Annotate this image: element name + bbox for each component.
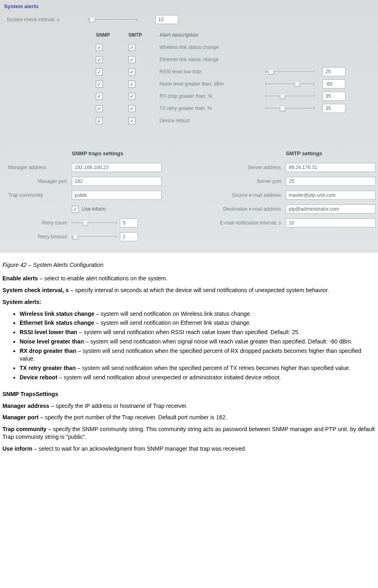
dest-email-input[interactable] xyxy=(286,205,376,214)
smtp-header: SMTP settings xyxy=(180,147,376,161)
manager-port-input[interactable] xyxy=(72,177,161,186)
alert-description: TX retry greater than, % xyxy=(159,106,265,111)
interval-label: System check interval, s xyxy=(2,17,88,22)
smtp-checkbox[interactable]: ✓ xyxy=(128,56,135,63)
retry-timeout-slider[interactable] xyxy=(72,233,117,240)
system-check-term: System check interval, s xyxy=(2,287,69,293)
trap-community-label: Trap community xyxy=(2,192,72,198)
source-email-label: Source e-mail address xyxy=(180,192,286,198)
source-email-input[interactable] xyxy=(286,191,376,200)
list-item: TX retry greater than – system will send… xyxy=(20,364,376,372)
alert-row: ✓ ✓ Device reboot xyxy=(2,115,376,127)
alert-row: ✓ ✓ RSSI level low than xyxy=(2,66,376,78)
smtp-checkbox[interactable]: ✓ xyxy=(128,105,135,112)
server-port-input[interactable] xyxy=(286,177,376,186)
server-port-label: Server port xyxy=(180,178,286,184)
alert-slider[interactable] xyxy=(265,81,314,87)
retry-count-label: Retry count xyxy=(2,220,72,226)
smtp-checkbox[interactable]: ✓ xyxy=(128,81,135,88)
documentation-text: Figure 42 – System Alerts Configuration … xyxy=(0,252,378,469)
manager-address-input[interactable] xyxy=(72,163,161,172)
alert-row: ✓ ✓ Noise level greater than, dBm xyxy=(2,78,376,90)
panel-title: System alerts xyxy=(2,2,376,13)
header-desc: Alert description xyxy=(159,32,265,38)
interval-slider[interactable] xyxy=(88,16,137,23)
alert-value-input[interactable] xyxy=(323,79,345,88)
list-item: Ethernet link status change – system wil… xyxy=(20,319,376,327)
header-smtp: SMTP xyxy=(127,32,159,38)
alert-row: ✓ ✓ Ethernet link status change xyxy=(2,53,376,66)
retry-count-input[interactable] xyxy=(120,218,138,227)
list-item: RX drop greater than – system will send … xyxy=(20,347,376,363)
list-item: Noise level greater than – system will s… xyxy=(20,338,376,346)
header-snmp: SNMP xyxy=(94,32,127,38)
smtp-checkbox[interactable]: ✓ xyxy=(128,44,135,51)
list-item: RSSI level lower than – system will send… xyxy=(20,328,376,336)
alert-value-input[interactable] xyxy=(323,67,345,76)
snmp-checkbox[interactable]: ✓ xyxy=(96,105,103,112)
snmp-checkbox[interactable]: ✓ xyxy=(96,68,103,75)
snmp-checkbox[interactable]: ✓ xyxy=(96,93,103,100)
retry-count-slider[interactable] xyxy=(72,220,117,226)
server-address-input[interactable] xyxy=(286,163,376,172)
snmp-traps-header: SNMP traps settings xyxy=(2,147,180,161)
snmp-checkbox[interactable]: ✓ xyxy=(96,56,103,63)
interval-input[interactable] xyxy=(155,15,178,24)
use-inform-label: Use inform xyxy=(82,206,106,212)
smtp-checkbox[interactable]: ✓ xyxy=(128,117,135,124)
alert-row: ✓ ✓ Wireless link status change xyxy=(2,41,376,53)
alert-description: Device reboot xyxy=(159,118,265,123)
figure-caption: Figure 42 – System Alerts Configuration xyxy=(2,261,376,269)
alerts-bullet-list: Wireless link status change – system wil… xyxy=(2,310,376,381)
enable-alerts-term: Enable alerts xyxy=(2,275,38,282)
alert-slider[interactable] xyxy=(265,93,314,99)
retry-timeout-input[interactable] xyxy=(120,232,138,241)
alert-description: Wireless link status change xyxy=(159,44,265,50)
alert-value-input[interactable] xyxy=(323,92,345,101)
alert-slider[interactable] xyxy=(265,68,314,75)
dest-email-label: Destination e-mail address xyxy=(180,206,286,212)
snmp-checkbox[interactable]: ✓ xyxy=(96,81,103,88)
retry-timeout-label: Retry timeout xyxy=(2,234,72,240)
system-alerts-panel: System alerts System check interval, s S… xyxy=(0,0,378,252)
smtp-checkbox[interactable]: ✓ xyxy=(128,93,135,100)
server-address-label: Server address xyxy=(180,165,286,170)
system-alerts-heading: System alerts: xyxy=(2,298,376,306)
notif-interval-input[interactable] xyxy=(286,218,376,227)
alert-row: ✓ ✓ TX retry greater than, % xyxy=(2,102,376,115)
alert-description: Ethernet link status change xyxy=(159,57,265,62)
smtp-checkbox[interactable]: ✓ xyxy=(128,68,135,75)
alert-description: RSSI level low than xyxy=(159,69,265,75)
trap-community-input[interactable] xyxy=(72,191,161,200)
snmp-checkbox[interactable]: ✓ xyxy=(96,117,103,124)
use-inform-checkbox[interactable]: ✓ xyxy=(72,206,79,213)
alert-slider[interactable] xyxy=(265,105,314,112)
list-item: Device reboot – system will send notific… xyxy=(20,374,376,381)
alert-row: ✓ ✓ RX drop greater than, % xyxy=(2,90,376,102)
alert-value-input[interactable] xyxy=(323,104,345,113)
list-item: Wireless link status change – system wil… xyxy=(20,310,376,318)
snmp-checkbox[interactable]: ✓ xyxy=(96,44,103,51)
manager-address-label: Manager address xyxy=(2,165,72,170)
manager-port-label: Manager port xyxy=(2,178,72,184)
snmp-traps-doc-header: SNMP TrapsSettings xyxy=(2,390,376,398)
notif-interval-label: E-mail notification interval, s xyxy=(180,220,286,226)
alert-description: RX drop greater than, % xyxy=(159,93,265,99)
alert-description: Noise level greater than, dBm xyxy=(159,81,265,87)
